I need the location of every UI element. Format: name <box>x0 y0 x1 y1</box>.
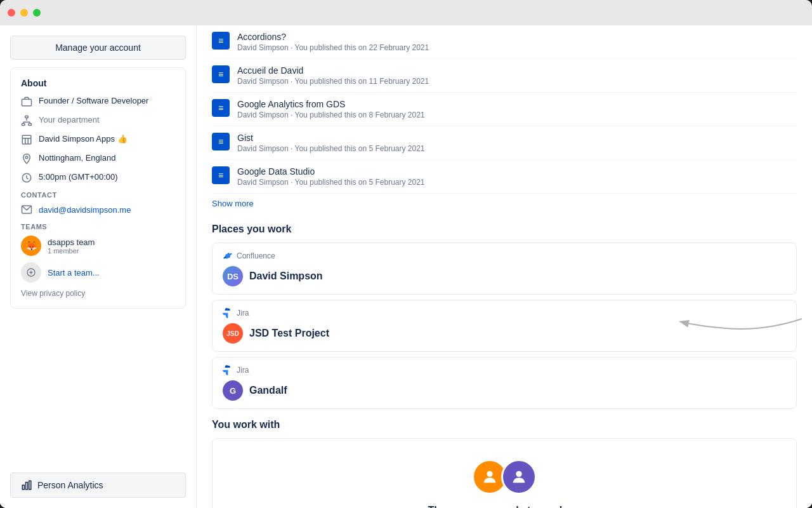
svg-rect-20 <box>26 483 28 490</box>
teams-section: TEAMS 🦊 dsapps team 1 member <box>21 223 175 283</box>
svg-rect-3 <box>22 124 25 126</box>
article-info: Accueil de David David Simpson · You pub… <box>237 65 797 86</box>
articles-list: ≡ Accordions? David Simpson · You publis… <box>212 25 797 213</box>
role-item: Founder / Software Developer <box>21 96 175 107</box>
confluence-body: DS David Simpson <box>223 266 786 286</box>
email-icon <box>21 204 32 215</box>
add-team-icon <box>26 267 36 277</box>
jira-avatar-2: G <box>223 380 243 401</box>
article-icon: ≡ <box>212 65 230 83</box>
svg-rect-19 <box>22 485 24 490</box>
person-icon-1 <box>481 468 499 486</box>
jira-icon-2 <box>223 365 233 375</box>
jira-place-name-2: Gandalf <box>249 385 287 396</box>
contact-label: CONTACT <box>21 191 175 199</box>
place-card-jira-1[interactable]: Jira JSD JSD Test Project <box>212 300 797 352</box>
svg-rect-4 <box>29 124 32 126</box>
article-icon: ≡ <box>212 99 230 117</box>
main-layout: Manage your account About Founder / Soft… <box>0 25 812 508</box>
location-item: Nottingham, England <box>21 153 175 164</box>
article-icon: ≡ <box>212 133 230 150</box>
svg-point-23 <box>487 471 492 477</box>
article-info: Gist David Simpson · You published this … <box>237 133 797 153</box>
department-text: Your department <box>39 115 100 124</box>
analytics-icon <box>21 479 32 491</box>
article-info: Accordions? David Simpson · You publishe… <box>237 32 797 52</box>
email-text[interactable]: david@davidsimpson.me <box>39 205 131 215</box>
article-title: Gist <box>237 133 797 143</box>
about-title: About <box>21 78 175 88</box>
person-analytics-button[interactable]: Person Analytics <box>10 472 186 498</box>
article-item-0[interactable]: ≡ Accordions? David Simpson · You publis… <box>212 25 797 59</box>
article-item-1[interactable]: ≡ Accueil de David David Simpson · You p… <box>212 59 797 93</box>
about-section: About Founder / Software Developer Yo <box>10 67 186 309</box>
svg-rect-2 <box>25 116 29 118</box>
jira-place-name-1: JSD Test Project <box>249 328 329 339</box>
start-team[interactable]: Start a team... <box>21 262 175 283</box>
briefcase-icon <box>21 96 32 107</box>
article-meta: David Simpson · You published this on 8 … <box>237 110 797 119</box>
article-title: Accordions? <box>237 32 797 42</box>
jira-header-2: Jira <box>223 365 786 375</box>
places-section: Places you work Confluence DS David Simp… <box>212 224 797 409</box>
department-item: Your department <box>21 115 175 126</box>
time-text: 5:00pm (GMT+00:00) <box>39 172 118 182</box>
titlebar <box>0 0 812 25</box>
jira-avatar-1: JSD <box>223 323 243 344</box>
team-item[interactable]: 🦊 dsapps team 1 member <box>21 236 175 256</box>
close-button[interactable] <box>8 9 15 17</box>
article-meta: David Simpson · You published this on 5 … <box>237 178 797 187</box>
article-title: Google Analytics from GDS <box>237 99 797 109</box>
place-card-jira-2[interactable]: Jira G Gandalf <box>212 357 797 409</box>
place-card-confluence[interactable]: Confluence DS David Simpson <box>212 243 797 295</box>
jira-label-1: Jira <box>237 309 249 318</box>
privacy-link[interactable]: View privacy policy <box>21 289 175 298</box>
jira-body-2: G Gandalf <box>223 380 786 401</box>
sidebar: Manage your account About Founder / Soft… <box>0 25 197 508</box>
team-info: dsapps team 1 member <box>48 237 95 255</box>
article-meta: David Simpson · You published this on 22… <box>237 43 797 52</box>
article-item-4[interactable]: ≡ Google Data Studio David Simpson · You… <box>212 160 797 194</box>
company-item: David Simpson Apps 👍 <box>21 134 175 145</box>
teams-label: TEAMS <box>21 223 175 231</box>
building-icon <box>21 134 32 145</box>
svg-point-24 <box>516 471 521 477</box>
jira-body-1: JSD JSD Test Project <box>223 323 786 344</box>
article-icon: ≡ <box>212 166 230 184</box>
article-item-2[interactable]: ≡ Google Analytics from GDS David Simpso… <box>212 93 797 126</box>
article-icon: ≡ <box>212 32 230 50</box>
clock-icon <box>21 172 32 184</box>
you-work-with-heading: You work with <box>212 419 797 431</box>
article-info: Google Analytics from GDS David Simpson … <box>237 99 797 119</box>
svg-rect-9 <box>22 135 31 144</box>
confluence-place-name: David Simpson <box>249 271 323 282</box>
start-team-label[interactable]: Start a team... <box>48 268 100 277</box>
you-work-with-section: You work with <box>212 419 797 508</box>
company-text: David Simpson Apps 👍 <box>39 134 128 144</box>
team-name: dsapps team <box>48 237 95 247</box>
jira-header-1: Jira <box>223 308 786 318</box>
role-text: Founder / Software Developer <box>39 96 148 105</box>
main-content: ≡ Accordions? David Simpson · You publis… <box>197 25 812 508</box>
jira-icon-1 <box>223 308 233 318</box>
jira-label-2: Jira <box>237 366 249 375</box>
article-title: Google Data Studio <box>237 166 797 177</box>
location-text: Nottingham, England <box>39 153 115 163</box>
article-item-3[interactable]: ≡ Gist David Simpson · You published thi… <box>212 126 797 160</box>
svg-rect-21 <box>29 481 31 490</box>
app-window: Manage your account About Founder / Soft… <box>0 0 812 508</box>
confluence-label: Confluence <box>237 251 275 260</box>
contact-section: CONTACT david@davidsimpson.me <box>21 191 175 215</box>
places-heading: Places you work <box>212 224 797 235</box>
work-avatars <box>472 459 537 495</box>
minimize-button[interactable] <box>20 9 28 17</box>
no-people-text: There are no people to see here <box>428 505 581 508</box>
article-title: Accueil de David <box>237 65 797 76</box>
show-more-link[interactable]: Show more <box>212 194 797 213</box>
team-members: 1 member <box>48 247 95 255</box>
person-analytics-label: Person Analytics <box>37 480 103 490</box>
maximize-button[interactable] <box>33 9 41 17</box>
work-avatar-2 <box>501 459 537 495</box>
confluence-icon <box>223 251 233 261</box>
manage-account-button[interactable]: Manage your account <box>10 36 186 60</box>
